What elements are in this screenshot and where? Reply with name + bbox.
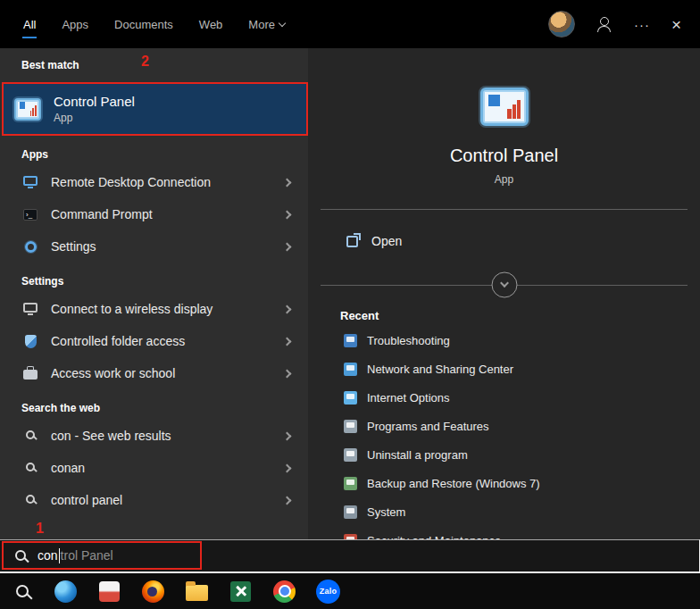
excel-icon <box>230 581 251 602</box>
web-result-con[interactable]: con - See web results <box>0 420 308 452</box>
web-result-control-panel[interactable]: control panel <box>0 484 308 516</box>
chevron-right-icon[interactable] <box>283 369 292 378</box>
chevron-down-icon <box>500 279 509 288</box>
recent-item-internet-options[interactable]: Internet Options <box>308 383 700 412</box>
section-header-apps: Apps <box>0 136 308 166</box>
taskbar-chrome-button[interactable] <box>262 573 306 609</box>
tab-apps[interactable]: Apps <box>61 0 89 48</box>
expand-button[interactable] <box>491 272 517 298</box>
open-action[interactable]: Open <box>308 210 700 272</box>
chevron-down-icon <box>279 19 286 26</box>
result-settings[interactable]: Settings <box>0 230 308 263</box>
recent-item-network-sharing-center[interactable]: Network and Sharing Center <box>308 355 700 383</box>
taskbar-search-button[interactable] <box>0 573 44 609</box>
shield-icon <box>25 335 37 348</box>
wireless-display-icon <box>23 303 38 313</box>
best-match-subtitle: App <box>54 112 135 124</box>
preview-title: Control Panel <box>450 146 558 166</box>
search-input-bar[interactable]: con trol Panel <box>0 539 700 573</box>
user-avatar[interactable] <box>548 11 575 38</box>
section-header-best-match: Best match <box>0 48 308 77</box>
edge-icon <box>54 580 77 603</box>
chevron-right-icon[interactable] <box>283 431 292 440</box>
chevron-right-icon[interactable] <box>283 496 292 505</box>
recent-list: Troubleshooting Network and Sharing Cent… <box>308 326 700 539</box>
taskbar-excel-button[interactable] <box>219 573 262 609</box>
close-icon[interactable]: × <box>671 16 682 33</box>
taskbar-pinned-app-button[interactable] <box>88 573 131 609</box>
chevron-right-icon[interactable] <box>283 178 292 187</box>
internet-options-icon <box>344 391 357 405</box>
briefcase-icon <box>23 370 38 380</box>
text-cursor <box>59 548 60 563</box>
tab-documents[interactable]: Documents <box>113 0 174 48</box>
chevron-right-icon[interactable] <box>283 337 292 346</box>
chevron-right-icon[interactable] <box>283 463 292 472</box>
taskbar-zalo-button[interactable]: Zalo <box>306 573 350 609</box>
tab-more[interactable]: More <box>247 0 286 48</box>
header-actions: ··· × <box>548 0 700 48</box>
network-icon <box>344 363 357 376</box>
control-panel-icon <box>14 98 41 121</box>
best-match-title: Control Panel <box>54 94 135 109</box>
search-icon <box>26 430 35 439</box>
recent-item-security-and-maintenance[interactable]: Security and Maintenance <box>308 526 700 539</box>
recent-item-programs-and-features[interactable]: Programs and Features <box>308 412 700 440</box>
recent-item-system[interactable]: System <box>308 497 700 526</box>
annotation-box-search-input: con trol Panel <box>2 541 202 570</box>
firefox-icon <box>142 580 164 603</box>
preview-hero: Control Panel App <box>308 48 700 186</box>
windows-search-flyout: All Apps Documents Web More ··· × Best m… <box>0 0 700 609</box>
troubleshooting-icon <box>344 334 357 347</box>
annotation-step-2: 2 <box>141 54 149 70</box>
chevron-right-icon[interactable] <box>283 304 292 313</box>
open-label: Open <box>371 234 402 248</box>
annotation-step-1: 1 <box>36 521 308 538</box>
command-prompt-icon <box>23 209 38 221</box>
search-typed-text: con <box>38 548 58 563</box>
gear-icon <box>25 241 37 253</box>
control-panel-icon-large <box>480 88 529 126</box>
result-connect-wireless-display[interactable]: Connect to a wireless display <box>0 293 308 325</box>
recent-item-uninstall-a-program[interactable]: Uninstall a program <box>308 440 700 469</box>
search-filter-bar: All Apps Documents Web More ··· × <box>0 0 700 48</box>
filter-tabs: All Apps Documents Web More <box>0 0 286 48</box>
result-access-work-or-school[interactable]: Access work or school <box>0 357 308 389</box>
system-icon <box>344 505 357 519</box>
backup-restore-icon <box>344 477 357 490</box>
tab-web[interactable]: Web <box>198 0 224 48</box>
chrome-icon <box>273 580 296 603</box>
file-explorer-icon <box>186 585 208 601</box>
chevron-right-icon[interactable] <box>283 210 292 219</box>
web-result-conan[interactable]: conan <box>0 452 308 484</box>
taskbar-file-explorer-button[interactable] <box>175 573 219 609</box>
account-icon[interactable] <box>596 16 612 32</box>
result-remote-desktop-connection[interactable]: Remote Desktop Connection <box>0 166 308 198</box>
search-icon <box>15 550 26 561</box>
recent-item-backup-and-restore[interactable]: Backup and Restore (Windows 7) <box>308 469 700 497</box>
more-options-icon[interactable]: ··· <box>634 18 650 31</box>
chevron-right-icon[interactable] <box>283 242 292 251</box>
search-input[interactable]: con trol Panel <box>38 548 113 563</box>
search-icon <box>16 585 29 597</box>
search-icon <box>26 495 35 504</box>
zalo-icon: Zalo <box>316 580 340 604</box>
remote-desktop-icon <box>23 176 38 186</box>
results-panel: Best match 2 Control Panel App Apps Remo… <box>0 48 308 539</box>
pinned-app-icon <box>99 581 120 602</box>
taskbar-firefox-button[interactable] <box>131 573 175 609</box>
taskbar-edge-button[interactable] <box>44 573 88 609</box>
result-command-prompt[interactable]: Command Prompt <box>0 198 308 230</box>
annotation-box-best-match: Control Panel App <box>2 82 308 136</box>
preview-subtitle: App <box>495 173 513 186</box>
result-controlled-folder-access[interactable]: Controlled folder access <box>0 325 308 357</box>
expand-divider <box>321 285 688 286</box>
open-icon <box>346 236 358 247</box>
preview-panel: Control Panel App Open Recent Troublesho… <box>308 48 700 539</box>
tab-all[interactable]: All <box>22 0 37 48</box>
best-match-result-control-panel[interactable]: Control Panel App <box>4 84 306 134</box>
recent-item-troubleshooting[interactable]: Troubleshooting <box>308 326 700 355</box>
uninstall-icon <box>344 448 357 462</box>
section-header-settings: Settings <box>0 263 308 293</box>
search-icon <box>26 463 35 471</box>
